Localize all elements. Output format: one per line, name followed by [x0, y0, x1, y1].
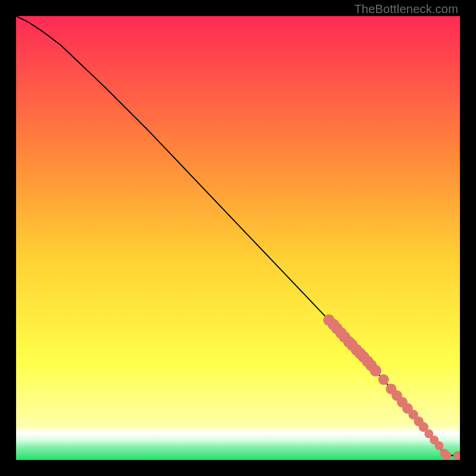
highlight-dot	[370, 365, 381, 376]
highlight-dot	[442, 451, 451, 460]
highlight-dot	[434, 441, 443, 450]
attribution-text: TheBottleneck.com	[354, 2, 458, 16]
highlight-dots-group	[323, 314, 460, 460]
chart-stage: TheBottleneck.com	[0, 0, 476, 476]
plot-area	[16, 16, 460, 460]
curve-layer	[16, 16, 460, 460]
highlight-dot	[378, 374, 389, 385]
